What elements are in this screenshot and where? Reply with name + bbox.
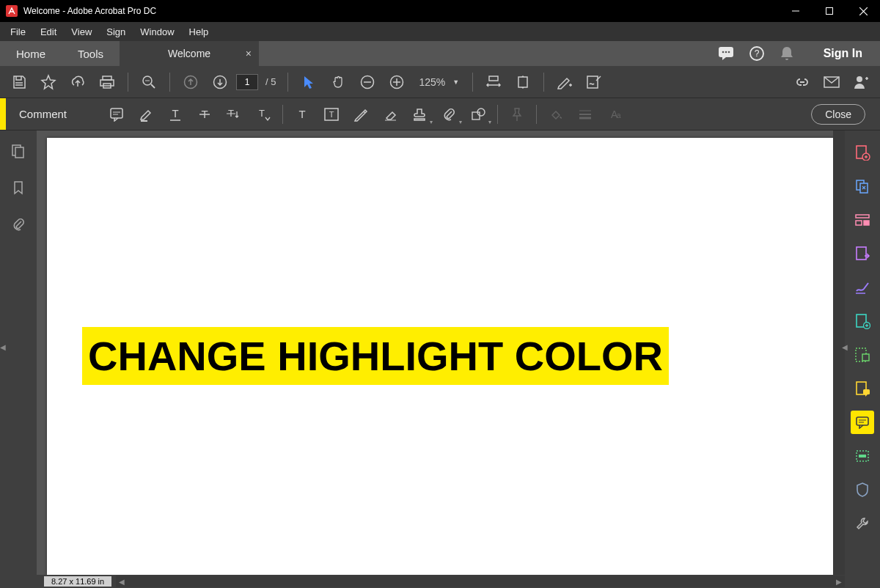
edit-pdf-tool-icon[interactable]: [851, 208, 874, 232]
right-panel-collapser[interactable]: ◀: [842, 343, 848, 351]
close-window-button[interactable]: [846, 0, 880, 22]
tab-tools[interactable]: Tools: [62, 41, 120, 66]
protect-icon[interactable]: [851, 478, 874, 501]
fill-color-icon[interactable]: [541, 101, 571, 128]
replace-text-icon[interactable]: T: [219, 101, 249, 128]
chat-icon[interactable]: [718, 46, 734, 61]
maximize-button[interactable]: [813, 0, 846, 22]
next-page-icon[interactable]: [207, 69, 233, 95]
svg-rect-25: [587, 76, 598, 88]
drawing-shapes-icon[interactable]: ▾: [463, 101, 493, 128]
insert-text-icon[interactable]: T: [249, 101, 278, 128]
comment-panel-icon[interactable]: [851, 377, 874, 400]
page-dimensions-label: 8.27 x 11.69 in: [44, 576, 111, 587]
page-number-input[interactable]: [236, 74, 258, 90]
highlight-pen-icon[interactable]: [131, 101, 161, 128]
zoom-value: 125%: [419, 76, 445, 88]
combine-files-icon[interactable]: [851, 174, 874, 198]
edit-pdf-icon[interactable]: [551, 69, 578, 95]
save-icon[interactable]: [6, 69, 32, 95]
main-toolbar: / 5 125%▼ ▾: [0, 66, 880, 98]
share-link-icon[interactable]: [789, 69, 815, 95]
svg-rect-51: [15, 147, 23, 158]
menu-window[interactable]: Window: [133, 24, 181, 40]
cloud-upload-icon[interactable]: [65, 69, 91, 95]
pin-icon[interactable]: [502, 101, 532, 128]
zoom-in-icon[interactable]: [384, 69, 410, 95]
eraser-icon[interactable]: [375, 101, 405, 128]
highlighted-text[interactable]: CHANGE HIGHLIGHT COLOR: [82, 327, 669, 385]
svg-text:T: T: [259, 108, 265, 119]
menu-help[interactable]: Help: [182, 24, 216, 40]
organize-pages-icon[interactable]: [851, 309, 874, 333]
add-person-icon[interactable]: [848, 69, 874, 95]
help-icon[interactable]: ?: [749, 45, 765, 62]
scroll-mode-icon[interactable]: [510, 69, 536, 95]
fit-width-icon[interactable]: ▾: [480, 69, 507, 95]
comment-toolbar: Comment T T T T T T ▾ ▾ ▾ Aa Close: [0, 98, 880, 131]
line-thickness-icon[interactable]: [571, 101, 600, 128]
svg-rect-11: [100, 80, 114, 86]
title-bar: Welcome - Adobe Acrobat Pro DC: [0, 0, 880, 22]
notifications-bell-icon[interactable]: [780, 45, 794, 62]
tab-label: Welcome: [168, 48, 210, 59]
send-for-comments-icon[interactable]: [851, 343, 874, 367]
window-title: Welcome - Adobe Acrobat Pro DC: [23, 6, 779, 16]
find-icon[interactable]: [136, 69, 162, 95]
menu-edit[interactable]: Edit: [33, 24, 64, 40]
create-pdf-icon[interactable]: [851, 141, 874, 164]
more-tools-icon[interactable]: [851, 512, 874, 535]
sign-in-button[interactable]: Sign In: [806, 41, 880, 66]
svg-rect-71: [859, 455, 866, 457]
print-icon[interactable]: [94, 69, 120, 95]
sticky-note-icon[interactable]: [102, 101, 131, 128]
tab-row: Home Tools Welcome × ? Sign In: [0, 41, 880, 66]
document-area: CHANGE HIGHLIGHT COLOR 8.27 x 11.69 in ◀…: [37, 131, 845, 588]
pencil-draw-icon[interactable]: [346, 101, 375, 128]
fill-sign-tool-icon[interactable]: [851, 276, 874, 299]
email-icon[interactable]: [818, 69, 845, 95]
vertical-scrollbar[interactable]: [833, 131, 845, 575]
close-comment-button[interactable]: Close: [811, 104, 865, 125]
svg-text:T: T: [329, 110, 334, 119]
menu-sign[interactable]: Sign: [99, 24, 133, 40]
strikethrough-text-icon[interactable]: T: [190, 101, 219, 128]
page-thumbnails-icon[interactable]: [8, 141, 29, 161]
menu-view[interactable]: View: [64, 24, 99, 40]
comment-label: Comment: [6, 108, 80, 120]
redact-icon[interactable]: [851, 444, 874, 468]
svg-rect-43: [472, 112, 480, 120]
stamp-icon[interactable]: ▾: [405, 101, 434, 128]
horizontal-scrollbar[interactable]: ◀▶: [116, 576, 845, 587]
acrobat-app-icon: [6, 5, 18, 17]
tab-document-welcome[interactable]: Welcome ×: [120, 41, 259, 66]
svg-rect-56: [856, 215, 869, 218]
underline-text-icon[interactable]: T: [161, 101, 190, 128]
comment-tool-active-icon[interactable]: [851, 411, 874, 434]
text-box-icon[interactable]: T: [317, 101, 346, 128]
tab-home[interactable]: Home: [0, 41, 62, 66]
text-properties-icon[interactable]: Aa: [600, 101, 629, 128]
minimize-button[interactable]: [779, 0, 813, 22]
pdf-page: CHANGE HIGHLIGHT COLOR: [47, 138, 835, 575]
tab-close-icon[interactable]: ×: [246, 48, 252, 59]
svg-point-7: [727, 51, 730, 54]
bookmarks-icon[interactable]: [8, 177, 29, 198]
attachment-icon[interactable]: ▾: [434, 101, 463, 128]
svg-rect-24: [518, 77, 527, 87]
hand-pan-icon[interactable]: [325, 69, 351, 95]
zoom-out-icon[interactable]: [354, 69, 381, 95]
left-panel-collapser[interactable]: ◀: [0, 343, 6, 351]
export-pdf-icon[interactable]: [851, 242, 874, 265]
attachments-panel-icon[interactable]: [8, 214, 29, 235]
comment-active-indicator: [0, 98, 6, 130]
menu-file[interactable]: File: [3, 24, 33, 40]
star-icon[interactable]: [35, 69, 62, 95]
previous-page-icon[interactable]: [177, 69, 204, 95]
svg-rect-28: [111, 109, 122, 118]
selection-arrow-icon[interactable]: [296, 69, 322, 95]
document-canvas[interactable]: CHANGE HIGHLIGHT COLOR: [37, 131, 845, 575]
zoom-level-dropdown[interactable]: 125%▼: [413, 76, 465, 88]
sign-document-icon[interactable]: [581, 69, 607, 95]
add-text-comment-icon[interactable]: T: [287, 101, 317, 128]
